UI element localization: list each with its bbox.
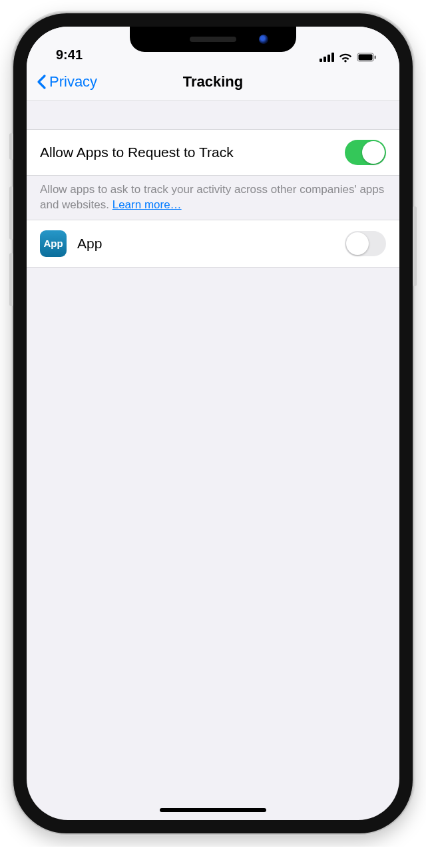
front-camera [259,35,268,44]
back-button[interactable]: Privacy [36,73,97,91]
footer-text: Allow apps to ask to track your activity… [40,183,384,211]
side-button [9,253,13,306]
allow-tracking-row: Allow Apps to Request to Track [27,129,399,176]
svg-rect-6 [375,56,377,59]
app-name: App [77,236,345,252]
allow-tracking-label: Allow Apps to Request to Track [40,144,345,160]
battery-icon [357,53,377,62]
screen: 9:41 [27,27,399,820]
side-button [413,206,417,286]
status-right [320,52,377,63]
app-row: AppApp [27,220,399,268]
app-toggle[interactable] [345,231,386,256]
nav-bar: Privacy Tracking [27,63,399,101]
wifi-icon [338,52,353,63]
svg-rect-1 [323,57,326,62]
app-icon: App [40,230,67,257]
side-button [9,186,13,240]
side-button [9,133,13,160]
svg-rect-3 [331,53,334,62]
svg-rect-2 [327,55,330,62]
speaker-grille [190,37,236,42]
learn-more-link[interactable]: Learn more… [112,198,182,211]
device-frame: 9:41 [13,13,413,833]
svg-rect-0 [320,59,322,62]
notch [130,27,296,52]
page-title: Tracking [183,73,243,91]
allow-tracking-toggle[interactable] [345,140,386,165]
chevron-left-icon [36,74,47,90]
svg-rect-5 [359,55,373,61]
spacer [27,101,399,129]
home-indicator[interactable] [160,808,266,812]
footer-description: Allow apps to ask to track your activity… [27,176,399,220]
status-time: 9:41 [56,47,83,63]
cellular-icon [320,53,334,62]
back-label: Privacy [49,73,97,91]
